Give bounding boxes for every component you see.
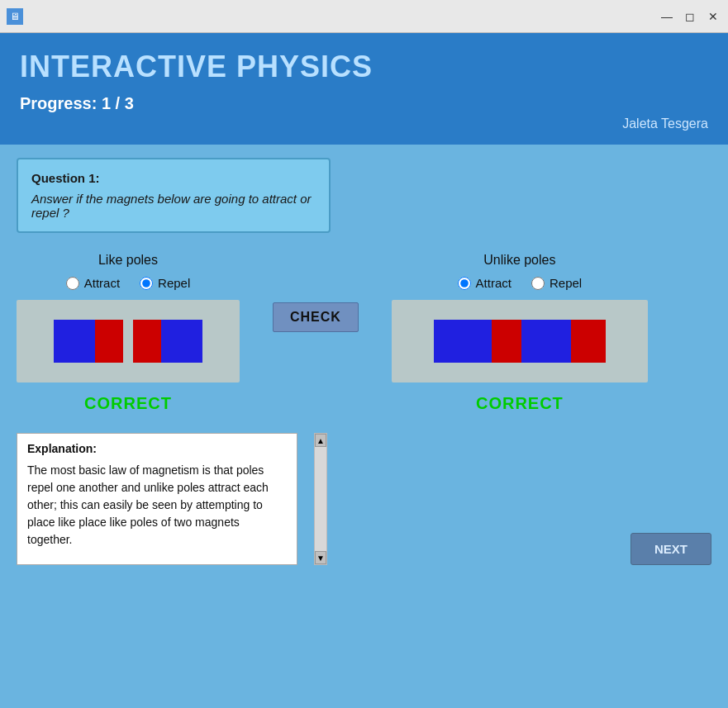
like-left-blue [54, 320, 95, 363]
like-poles-column: Like poles Attract Repel [17, 253, 240, 413]
like-right-red [133, 320, 161, 363]
unlike-attract-label: Attract [476, 276, 512, 290]
like-magnet-right [133, 320, 202, 363]
question-label: Question 1: [31, 171, 316, 185]
like-attract-radio[interactable] [66, 277, 79, 290]
check-button[interactable]: CHECK [273, 302, 359, 332]
unlike-poles-column: Unlike poles Attract Repel [392, 253, 648, 413]
unlike-poles-magnet-box [392, 300, 648, 383]
unlike-poles-result: CORRECT [476, 394, 564, 413]
like-repel-label: Repel [158, 276, 190, 290]
app-title: INTERACTIVE PHYSICS [20, 50, 708, 84]
scrollbar: ▲ ▼ [314, 433, 327, 565]
header: INTERACTIVE PHYSICS Progress: 1 / 3 Jale… [0, 33, 728, 145]
explanation-title: Explanation: [27, 442, 287, 455]
scroll-down-arrow[interactable]: ▼ [315, 551, 326, 564]
like-poles-result: CORRECT [84, 394, 172, 413]
like-left-red [95, 320, 123, 363]
minimize-button[interactable]: — [659, 8, 675, 25]
like-poles-magnet-box [17, 300, 240, 383]
like-magnet-left [54, 320, 123, 363]
window-chrome: 🖥 — ◻ ✕ [0, 0, 728, 33]
unlike-repel-option[interactable]: Repel [531, 276, 582, 290]
unlike-attract-option[interactable]: Attract [458, 276, 512, 290]
explanation-section: Explanation: The most basic law of magne… [17, 433, 327, 565]
like-poles-label: Like poles [98, 253, 158, 268]
explanation-box: Explanation: The most basic law of magne… [17, 433, 297, 565]
maximize-button[interactable]: ◻ [682, 8, 698, 25]
unlike-repel-radio[interactable] [531, 277, 545, 290]
progress-label: Progress: 1 / 3 [20, 94, 708, 113]
scroll-up-arrow[interactable]: ▲ [315, 434, 326, 447]
like-right-blue [161, 320, 202, 363]
user-name: Jaleta Tesgera [20, 116, 708, 131]
unlike-repel-label: Repel [550, 276, 582, 290]
unlike-poles-label: Unlike poles [483, 253, 555, 268]
like-attract-label: Attract [84, 276, 120, 290]
unlike-blue2 [521, 320, 571, 363]
unlike-blue1 [434, 320, 492, 363]
questions-row: Like poles Attract Repel [17, 253, 711, 413]
window-controls: — ◻ ✕ [659, 8, 721, 25]
center-section: CHECK [273, 253, 359, 349]
content-area: Question 1: Answer if the magnets below … [0, 145, 728, 708]
unlike-red3 [571, 320, 606, 363]
next-button[interactable]: NEXT [630, 533, 711, 565]
like-repel-option[interactable]: Repel [140, 276, 190, 290]
scroll-track [315, 447, 326, 551]
unlike-red1 [492, 320, 521, 363]
explanation-text: The most basic law of magnetism is that … [27, 462, 287, 549]
like-poles-radio-group: Attract Repel [66, 276, 191, 290]
like-repel-radio[interactable] [140, 277, 153, 290]
bottom-row: Explanation: The most basic law of magne… [17, 426, 711, 565]
unlike-attract-radio[interactable] [458, 277, 471, 290]
close-button[interactable]: ✕ [705, 8, 721, 25]
question-text: Answer if the magnets below are going to… [31, 192, 316, 220]
check-button-wrapper: CHECK [273, 302, 359, 349]
app-icon: 🖥 [7, 8, 23, 25]
app-container: INTERACTIVE PHYSICS Progress: 1 / 3 Jale… [0, 33, 728, 708]
question-box: Question 1: Answer if the magnets below … [17, 158, 331, 233]
unlike-poles-radio-group: Attract Repel [458, 276, 583, 290]
unlike-magnet [434, 320, 606, 363]
like-attract-option[interactable]: Attract [66, 276, 120, 290]
